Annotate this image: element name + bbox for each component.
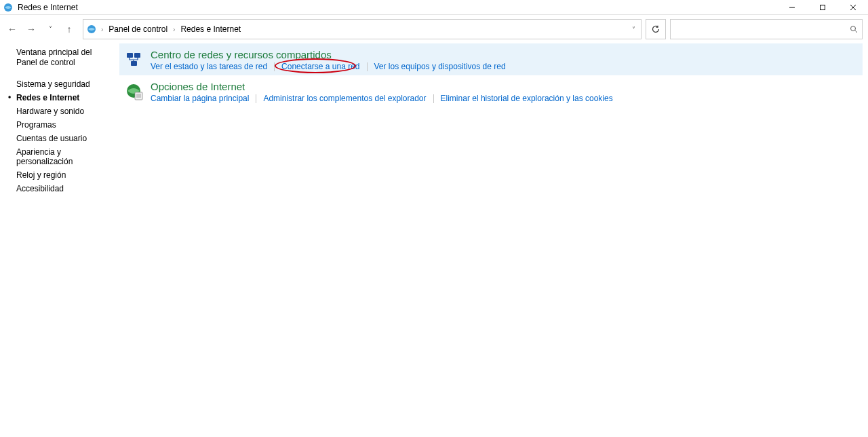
separator-icon [367,62,368,71]
link-clear-history[interactable]: Eliminar el historial de exploración y l… [441,94,613,103]
recent-locations-button[interactable]: ˅ [45,26,56,33]
sidebar: Ventana principal del Panel de control S… [0,43,119,437]
sublinks-internet: Cambiar la página principal Administrar … [151,94,863,103]
nav-arrows: ← → ˅ ↑ [5,19,79,39]
search-input[interactable] [675,24,850,35]
svg-rect-4 [127,53,133,58]
category-internet-options: Opciones de Internet Cambiar la página p… [119,75,863,107]
navigation-row: ← → ˅ ↑ › Panel de control › Redes e Int… [0,19,868,39]
link-network-devices[interactable]: Ver los equipos y dispositivos de red [374,62,506,71]
minimize-button[interactable] [776,0,807,14]
control-panel-home-link[interactable]: Ventana principal del Panel de control [16,48,119,68]
sidebar-item-hardware-sound[interactable]: Hardware y sonido [16,104,119,118]
sidebar-item-clock-region[interactable]: Reloj y región [16,168,119,182]
link-connect-network[interactable]: Conectarse a una red [281,62,359,71]
link-manage-addons[interactable]: Administrar los complementos del explora… [263,94,426,103]
maximize-button[interactable] [807,0,837,14]
breadcrumb-current[interactable]: Redes e Internet [176,24,245,34]
control-panel-icon [86,24,97,35]
svg-point-3 [851,26,856,31]
sidebar-list: Sistema y seguridad Redes e Internet Har… [16,77,119,195]
separator-icon [274,62,275,71]
separator-icon [256,94,256,103]
svg-rect-5 [134,53,140,58]
breadcrumb-root[interactable]: Panel de control [104,24,172,34]
link-network-status[interactable]: Ver el estado y las tareas de red [151,62,267,71]
separator-icon [433,94,434,103]
chevron-right-icon[interactable]: › [172,26,176,33]
sidebar-item-system-security[interactable]: Sistema y seguridad [16,77,119,91]
network-sharing-icon [125,50,145,71]
close-button[interactable] [837,0,868,14]
svg-rect-6 [131,61,137,66]
category-title-internet-options[interactable]: Opciones de Internet [151,81,863,92]
chevron-right-icon[interactable]: › [100,26,104,33]
network-internet-icon [3,2,14,13]
sidebar-item-programs[interactable]: Programas [16,118,119,132]
window-title: Redes e Internet [18,3,78,12]
back-button[interactable]: ← [7,24,18,34]
sidebar-item-user-accounts[interactable]: Cuentas de usuario [16,132,119,145]
main-panel: Centro de redes y recursos compartidos V… [119,43,868,437]
sidebar-item-network-internet[interactable]: Redes e Internet [16,91,119,104]
svg-rect-1 [820,5,825,10]
window-controls [776,0,868,14]
internet-options-icon [125,82,145,102]
category-title-network-sharing[interactable]: Centro de redes y recursos compartidos [151,49,863,60]
content-body: Ventana principal del Panel de control S… [0,43,868,437]
up-button[interactable]: ↑ [64,24,75,34]
sidebar-item-appearance[interactable]: Apariencia y personalización [16,145,119,168]
sidebar-item-accessibility[interactable]: Accesibilidad [16,182,119,195]
svg-rect-8 [135,92,142,100]
search-icon[interactable] [850,25,858,33]
refresh-button[interactable] [646,19,666,39]
link-change-homepage[interactable]: Cambiar la página principal [151,94,249,103]
search-box[interactable] [670,19,863,39]
category-network-sharing: Centro de redes y recursos compartidos V… [119,43,863,75]
address-bar[interactable]: › Panel de control › Redes e Internet ˅ [83,19,642,39]
titlebar: Redes e Internet [0,0,868,15]
forward-button[interactable]: → [26,24,37,34]
address-dropdown-button[interactable]: ˅ [629,26,638,33]
sublinks-network: Ver el estado y las tareas de red Conect… [151,62,863,71]
